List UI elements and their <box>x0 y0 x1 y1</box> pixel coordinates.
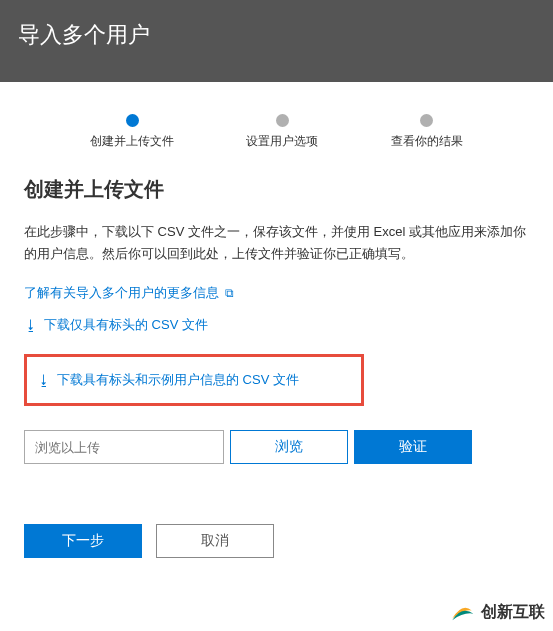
page-title: 导入多个用户 <box>18 20 150 50</box>
step-dot-inactive <box>276 114 289 127</box>
step-view-results: 查看你的结果 <box>391 114 463 150</box>
learn-more-link[interactable]: 了解有关导入多个用户的更多信息 ⧉ <box>24 284 234 302</box>
section-description: 在此步骤中，下载以下 CSV 文件之一，保存该文件，并使用 Excel 或其他应… <box>24 221 529 265</box>
file-path-input[interactable] <box>24 430 224 464</box>
validate-button[interactable]: 验证 <box>354 430 472 464</box>
download-icon: ⭳ <box>24 317 38 333</box>
cancel-button[interactable]: 取消 <box>156 524 274 558</box>
link-text: 下载仅具有标头的 CSV 文件 <box>44 316 208 334</box>
watermark-icon <box>449 599 475 625</box>
action-row: 下一步 取消 <box>24 524 529 558</box>
step-dot-active <box>126 114 139 127</box>
link-text: 了解有关导入多个用户的更多信息 <box>24 284 219 302</box>
section-title: 创建并上传文件 <box>24 176 529 203</box>
download-icon: ⭳ <box>37 372 51 388</box>
step-label: 创建并上传文件 <box>90 133 174 150</box>
step-dot-inactive <box>420 114 433 127</box>
external-link-icon: ⧉ <box>225 286 234 300</box>
highlighted-link-box: ⭳ 下载具有标头和示例用户信息的 CSV 文件 <box>24 354 364 406</box>
next-button[interactable]: 下一步 <box>24 524 142 558</box>
page-header: 导入多个用户 <box>0 0 553 82</box>
step-create-upload: 创建并上传文件 <box>90 114 174 150</box>
download-sample-link[interactable]: ⭳ 下载具有标头和示例用户信息的 CSV 文件 <box>37 371 299 389</box>
step-label: 查看你的结果 <box>391 133 463 150</box>
stepper: 创建并上传文件 设置用户选项 查看你的结果 <box>24 96 529 158</box>
content-area: 创建并上传文件 设置用户选项 查看你的结果 创建并上传文件 在此步骤中，下载以下… <box>0 82 553 631</box>
download-headers-link[interactable]: ⭳ 下载仅具有标头的 CSV 文件 <box>24 316 208 334</box>
link-text: 下载具有标头和示例用户信息的 CSV 文件 <box>57 371 299 389</box>
step-set-options: 设置用户选项 <box>246 114 318 150</box>
watermark: 创新互联 <box>449 599 545 625</box>
file-upload-row: 浏览 验证 <box>24 430 529 464</box>
step-label: 设置用户选项 <box>246 133 318 150</box>
browse-button[interactable]: 浏览 <box>230 430 348 464</box>
watermark-text: 创新互联 <box>481 602 545 623</box>
